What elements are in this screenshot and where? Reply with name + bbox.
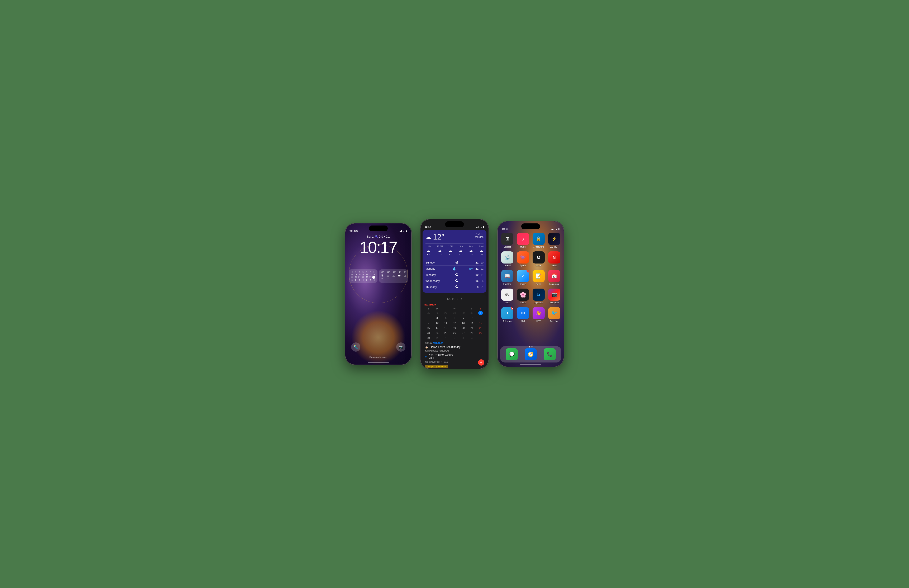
cal-grid: 25 26 27 28 29 30 1 2 3 4 5 6 7 8 (423, 311, 486, 342)
forecast-tuesday: Tuesday 🌤 19 11 (425, 271, 484, 278)
weather-temps: 1211111112 (381, 278, 406, 279)
app-dayone[interactable]: 📖 Day One (500, 270, 514, 285)
cal-today-row: Saturday (423, 303, 486, 306)
event-mjhl: ● 2:00–6:00 PM Winkler MJHL (425, 354, 484, 360)
app-apollo[interactable]: 👾 Apollo (516, 251, 530, 267)
wifi-icon: ▲ (403, 230, 405, 233)
app-tweetbot[interactable]: 🐦 Tweetbot (547, 307, 561, 322)
weather-hour-4: 3 AM ☁ 11° (468, 246, 473, 256)
app-fantastical[interactable]: 📅 Fantastical (547, 270, 561, 285)
swipe-hint: Swipe up to open (369, 356, 387, 358)
unread-label: Unread (504, 264, 511, 267)
status-icons-3: ▲ ▮ (551, 228, 560, 231)
dayone-label: Day One (503, 283, 511, 285)
calcbot-icon: ⊞ (501, 233, 513, 245)
things-label: Things (520, 283, 526, 285)
flashlight-button[interactable]: 🔦 (351, 342, 360, 352)
battery-icon: ▮ (406, 230, 407, 233)
dock-phone[interactable]: 📞 (544, 348, 556, 360)
dayone-icon: 📖 (501, 270, 513, 282)
app-grid: ⊞ Calcbot ♪ Music 🔒 1Password (500, 233, 561, 322)
weather-hour-2: 1 AM ☁ 12° (448, 246, 453, 256)
carrot-icon: ⚡ (548, 233, 560, 245)
app-hey[interactable]: 👋 HEY (531, 307, 546, 322)
widget-content: ☁ 12° 15↑ 8↓ Morden 11 (423, 230, 486, 369)
signal-icon (399, 230, 402, 233)
app-news[interactable]: N News (547, 251, 561, 267)
home-indicator-1 (368, 362, 389, 363)
weather-header: ☁ 12° 15↑ 8↓ Morden (425, 233, 484, 241)
weather-main-icon: ☁ (425, 234, 431, 241)
app-notes[interactable]: 📝 Notes (531, 270, 546, 285)
safari-icon: 🧭 (525, 348, 537, 360)
things-badge: 7 (526, 270, 529, 273)
weather-right-info: 15↑ 8↓ Morden (475, 233, 484, 239)
battery-icon-2: ▮ (483, 226, 484, 228)
status-icons-2: ▲ ▮ (476, 226, 484, 228)
event-dot-blue: ● (425, 355, 427, 358)
photos-label: Photos (520, 302, 526, 304)
birthday-icon: 🎂 (425, 346, 428, 349)
hey-label: HEY (536, 320, 541, 322)
photos-icon: 🌸 (517, 289, 529, 301)
dynamic-island-2 (445, 221, 464, 227)
app-instagram[interactable]: 📷 Instagram (547, 289, 561, 304)
wifi-icon-2: ▲ (480, 226, 482, 228)
weather-hourly: 11 PM ☁ 11° 12 AM ☁ 11° 1 AM ☁ 12° (425, 244, 484, 257)
signal-icon-3 (551, 228, 554, 230)
cal-headers: SMTWTFS (350, 271, 376, 273)
camera-icon: 📷 (399, 345, 403, 349)
status-icons-1: ▲ ▮ (399, 230, 407, 233)
camera-button[interactable]: 📷 (396, 342, 405, 352)
event-tomorrow-header: TOMORROW 2022-10-02 (425, 350, 484, 352)
app-calcbot[interactable]: ⊞ Calcbot (500, 233, 514, 248)
event-mjhl-details: 2:00–6:00 PM Winkler MJHL (428, 354, 453, 360)
time-label-2: 10:17 (425, 226, 431, 228)
app-lightroom[interactable]: Lr Lightroom (531, 289, 546, 304)
app-matter[interactable]: M Matter (531, 251, 546, 267)
app-mail[interactable]: ✉ Mail (516, 307, 530, 322)
app-things[interactable]: ✓ 7 Things (516, 270, 530, 285)
lock-widget-row: SMTWTFS 18192021222324 2526272829301 234… (349, 269, 408, 283)
instagram-label: Instagram (549, 302, 559, 304)
app-photos[interactable]: 🌸 Photos (516, 289, 530, 304)
wifi-icon-3: ▲ (555, 228, 557, 231)
dock-safari[interactable]: 🧭 (525, 348, 537, 360)
telegram-label: Telegram (503, 320, 512, 322)
weather-hour-3: 2 AM ☁ 11° (459, 246, 463, 256)
cal-month-header: OCTOBER (423, 295, 486, 303)
weather-forecast: Sunday 🌤 21 10 Monday 💧 46% 21 11 (425, 260, 484, 290)
news-icon: N (548, 251, 560, 263)
mail-label: Mail (521, 320, 525, 322)
app-carrot[interactable]: ⚡ CARROT (547, 233, 561, 248)
notes-label: Notes (536, 283, 541, 285)
matter-label: Matter (536, 264, 541, 267)
weather-widget[interactable]: ☁ 12° 15↑ 8↓ Morden 11 (423, 230, 486, 293)
lock-weather-widget: 10P11P12A1A2A 🌤☁☁🌧☁ 1211111112 (379, 269, 408, 283)
event-today-header: TODAY 2022-10-01 (425, 342, 484, 344)
battery-icon-3: ▮ (558, 228, 560, 231)
weather-icons: 🌤☁☁🌧☁ (381, 274, 406, 277)
lock-bottom-icons: 🔦 📷 (351, 342, 405, 352)
weather-hour-0: 11 PM ☁ 11° (425, 246, 431, 256)
mail-icon: ✉ (517, 307, 529, 319)
weather-temperature: 12° (433, 233, 444, 241)
instagram-icon: 📷 (548, 289, 560, 301)
cal-plus-button[interactable]: + (478, 359, 484, 366)
hey-icon: 👋 (533, 307, 545, 319)
app-music[interactable]: ♪ Music (516, 233, 530, 248)
weather-location: Morden (475, 236, 484, 239)
messages-icon: 💬 (505, 348, 518, 360)
event-mjhl-text: MJHL (428, 357, 453, 360)
app-glass[interactable]: Gy Glass (500, 289, 514, 304)
weather-lo: 8↓ (481, 233, 484, 236)
calendar-widget[interactable]: OCTOBER Saturday S M T W T F S 25 (423, 295, 486, 369)
glass-label: Glass (505, 302, 510, 304)
app-telegram[interactable]: ✈ 1 Telegram (500, 307, 514, 322)
unread-icon: 📡 (501, 251, 513, 263)
app-unread[interactable]: 📡 Unread (500, 251, 514, 267)
dock-messages[interactable]: 💬 (505, 348, 518, 360)
apollo-icon: 👾 (517, 251, 529, 263)
matter-icon: M (533, 251, 545, 263)
app-1password[interactable]: 🔒 1Password (531, 233, 546, 248)
